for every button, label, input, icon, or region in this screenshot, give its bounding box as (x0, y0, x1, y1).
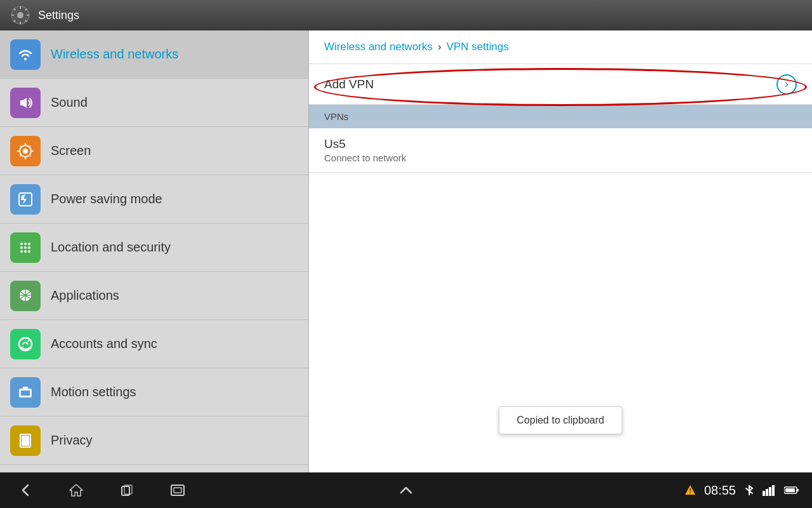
sound-icon (16, 94, 34, 112)
right-panel: Wireless and networks › VPN settings Add… (309, 30, 812, 472)
location-icon-wrapper (10, 232, 41, 263)
screen-icon-wrapper (10, 136, 41, 166)
svg-rect-31 (171, 485, 184, 495)
svg-point-12 (24, 246, 27, 249)
svg-point-10 (28, 250, 30, 253)
add-vpn-arrow-icon: › (776, 74, 797, 95)
sidebar-label-motion: Motion settings (51, 385, 136, 399)
sidebar-item-location[interactable]: Location and security (0, 224, 308, 272)
vpn-item-name: Us5 (324, 137, 797, 151)
svg-rect-21 (22, 436, 23, 446)
svg-rect-34 (763, 491, 765, 496)
top-bar: Settings (0, 0, 812, 30)
sidebar-label-privacy: Privacy (51, 433, 93, 448)
apps-icon (16, 287, 34, 305)
location-icon (16, 239, 34, 257)
motion-icon-wrapper (10, 377, 41, 408)
copied-clipboard-toast: Copied to clipboard (499, 406, 623, 434)
vpn-item-subtitle: Connect to network (324, 152, 797, 163)
scroll-up-button[interactable] (397, 481, 415, 499)
breadcrumb: Wireless and networks › VPN settings (309, 30, 812, 64)
vpns-section-header: VPNs (309, 105, 812, 128)
svg-rect-19 (21, 391, 30, 396)
content-area: Add VPN › VPNs Us5 Connect to network Co… (309, 64, 812, 472)
sidebar-label-sound: Sound (51, 95, 88, 110)
sidebar-item-applications[interactable]: Applications (0, 272, 308, 320)
svg-marker-3 (20, 98, 27, 108)
svg-rect-23 (25, 436, 27, 446)
warning-icon: ! (684, 484, 697, 497)
sidebar-label-accounts: Accounts and sync (51, 337, 157, 351)
breadcrumb-parent[interactable]: Wireless and networks (324, 41, 433, 53)
svg-rect-32 (174, 488, 181, 493)
top-bar-title: Settings (38, 9, 79, 22)
add-vpn-row[interactable]: Add VPN › (309, 64, 812, 105)
svg-rect-36 (769, 487, 771, 496)
back-button[interactable] (13, 478, 38, 503)
recents-button[interactable] (114, 478, 140, 503)
sidebar-item-wireless[interactable]: Wireless and networks (0, 30, 308, 79)
sidebar-item-sound[interactable]: Sound (0, 79, 308, 127)
battery-icon (784, 486, 799, 495)
power-icon (16, 190, 34, 208)
wifi-icon-wrapper (10, 39, 41, 70)
sidebar-item-power[interactable]: Power saving mode (0, 175, 308, 224)
sidebar-item-storage[interactable]: Storage (0, 465, 308, 472)
svg-point-7 (20, 243, 23, 245)
svg-rect-35 (766, 489, 768, 496)
sidebar-label-power: Power saving mode (51, 192, 162, 206)
sidebar-item-accounts[interactable]: Accounts and sync (0, 320, 308, 368)
screenshot-button[interactable] (165, 478, 190, 503)
power-icon-wrapper (10, 184, 41, 215)
sidebar-item-screen[interactable]: Screen (0, 127, 308, 175)
accounts-icon-wrapper (10, 329, 41, 359)
svg-rect-18 (23, 387, 28, 390)
toast-text: Copied to clipboard (517, 415, 605, 425)
breadcrumb-separator: › (438, 41, 442, 53)
sound-icon-wrapper (10, 88, 41, 118)
svg-rect-39 (797, 489, 799, 491)
screen-icon (16, 142, 34, 160)
svg-point-8 (28, 243, 30, 245)
svg-rect-40 (785, 488, 795, 492)
sidebar-label-wireless: Wireless and networks (51, 47, 178, 62)
apps-icon-wrapper (10, 281, 41, 311)
vpns-label: VPNs (324, 111, 348, 122)
svg-rect-22 (23, 436, 25, 446)
sidebar-item-privacy[interactable]: Privacy (0, 417, 308, 465)
svg-point-5 (23, 149, 28, 154)
add-vpn-label: Add VPN (324, 77, 374, 91)
vpn-item-us5[interactable]: Us5 Connect to network (309, 128, 812, 173)
settings-icon (10, 5, 30, 25)
sidebar-label-screen: Screen (51, 144, 91, 158)
motion-icon (16, 384, 34, 401)
home-button[interactable] (63, 478, 89, 503)
sidebar: Wireless and networks Sound (0, 30, 309, 472)
svg-point-14 (28, 246, 30, 249)
svg-text:!: ! (689, 487, 691, 495)
breadcrumb-current: VPN settings (447, 41, 509, 53)
svg-point-2 (24, 58, 27, 60)
sidebar-label-location: Location and security (51, 240, 171, 255)
bottom-nav (13, 478, 190, 503)
accounts-icon (16, 335, 34, 353)
main-content: Wireless and networks Sound (0, 30, 812, 472)
svg-point-9 (20, 250, 23, 253)
sidebar-item-motion[interactable]: Motion settings (0, 368, 308, 417)
status-time: 08:55 (704, 483, 736, 498)
svg-rect-37 (772, 485, 775, 496)
svg-point-15 (24, 250, 27, 253)
wifi-icon (16, 45, 35, 64)
bottom-bar: ! 08:55 (0, 472, 812, 508)
svg-rect-24 (27, 436, 29, 446)
svg-point-11 (24, 243, 27, 245)
svg-point-13 (20, 246, 23, 249)
status-bar: ! 08:55 (684, 483, 799, 498)
signal-icon (763, 485, 776, 496)
sidebar-label-applications: Applications (51, 288, 119, 303)
privacy-icon (16, 432, 34, 450)
svg-point-1 (17, 12, 23, 18)
bluetooth-icon (743, 485, 755, 496)
privacy-icon-wrapper (10, 425, 41, 456)
